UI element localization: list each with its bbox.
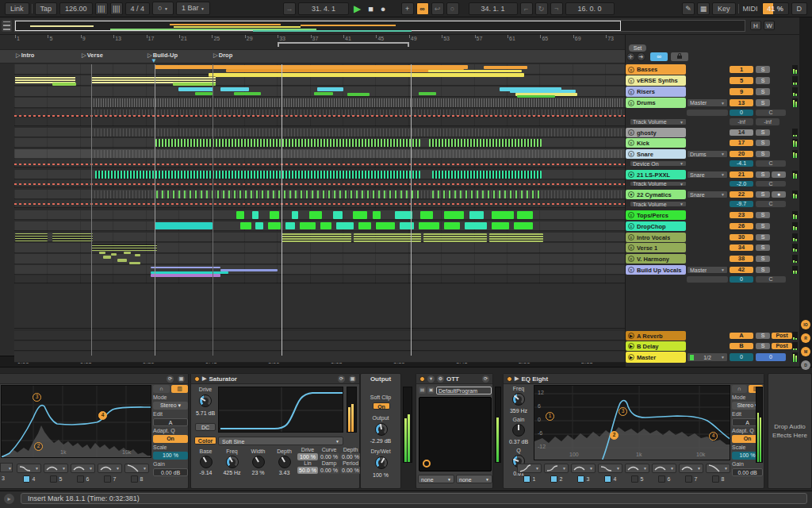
return-badge[interactable]: A [730,333,753,339]
arrangement-clip[interactable] [111,253,117,256]
program-name-field[interactable]: DefaultProgram [436,387,492,394]
time-signature-field[interactable]: 4 / 4 [125,2,151,15]
track-type-icon[interactable]: ≡ [628,67,634,73]
fold-icon[interactable]: ▼ [628,191,634,198]
arrangement-clip[interactable] [419,222,439,229]
arrangement-clip[interactable] [285,222,295,229]
arrangement-clip[interactable] [209,73,524,77]
save-preset-icon[interactable]: ▣ [178,375,185,383]
band-shape-select[interactable]: ▼ [652,464,676,473]
eq-handle-2[interactable]: 2 [610,431,619,440]
param-value[interactable]: 50.0 % [297,467,318,474]
loop-start-field[interactable]: 34. 1. 1 [469,2,518,15]
arrangement-clip[interactable] [517,211,533,219]
arrangement-clip[interactable] [155,139,420,147]
arrangement-clip[interactable] [376,222,395,229]
track-type-icon[interactable]: ≡ [628,223,634,229]
band-shape-select[interactable]: ▼ [17,464,41,473]
solo-button[interactable]: S [756,256,770,262]
locator-flag[interactable]: ▷Intro [16,52,34,59]
post-button[interactable]: Post [772,343,792,349]
master-track-icon[interactable]: ▶ [628,354,634,360]
hot-swap-icon[interactable]: ⟳ [167,375,174,383]
overdub-button[interactable]: + [401,2,414,15]
track-name[interactable]: ≡DropChop [626,221,686,231]
eq-handle-3[interactable]: 3 [33,393,41,402]
arrangement-clip[interactable] [336,222,354,229]
pan-field[interactable]: C [756,276,786,283]
solo-button[interactable]: S [756,129,770,136]
band-shape-select[interactable]: ▼ [98,464,122,473]
arrangement-clip[interactable] [135,254,140,256]
output-routing-select[interactable]: Drums▼ [687,150,728,158]
track-name[interactable]: ≡Risers [626,87,686,97]
band-enable-checkbox[interactable] [712,475,719,483]
loop-length-field[interactable]: 16. 0. 0 [565,2,615,15]
track-number-badge[interactable]: 34 [730,244,753,251]
master-track-name[interactable]: ▶Master [626,352,686,363]
scale-field[interactable]: 100 % [153,452,188,460]
track-name[interactable]: ≡Tops/Percs [626,210,686,220]
track-number-badge[interactable]: 38 [730,256,753,262]
track-number-badge[interactable]: 30 [730,234,753,241]
track-name[interactable]: ▼22 Cymatics [626,190,686,199]
locator-flag[interactable]: ▷Drop [213,52,232,59]
track-name[interactable]: ≡vERSE Synths [626,75,686,86]
shape-select[interactable]: Soft Sine▼ [218,437,343,445]
solo-button[interactable]: S [756,171,770,178]
audio-channel-select[interactable]: none▼ [456,475,492,483]
fold-icon[interactable]: ▼ [628,171,634,178]
insert-marker-icon[interactable]: ▼ [151,57,157,64]
arrangement-clip[interactable] [156,190,420,198]
arrangement-clip[interactable] [517,95,555,98]
arm-button[interactable]: ● [772,191,786,198]
track-number-badge[interactable]: 1 [730,66,753,73]
arrangement-clip[interactable] [117,259,127,262]
post-button[interactable]: Post [772,333,792,339]
arrangement-clip[interactable] [155,222,213,229]
eq-handle-1[interactable]: 1 [546,412,554,421]
track-name[interactable]: ≡Verse 1 [626,243,686,252]
volume-field[interactable]: -4.1 [730,160,753,167]
save-program-icon[interactable]: ▣ [427,387,435,394]
automation-min-field[interactable]: -inf [730,118,753,125]
eq-curve-display[interactable]: 12341260-6-121001k10k [534,385,730,460]
bar-number[interactable]: 21 [181,36,187,41]
info-chevron-icon[interactable]: ▸ [4,494,14,504]
knob-control[interactable] [252,456,265,468]
arrangement-clip[interactable] [444,222,460,229]
re-enable-automation-button[interactable]: ↩ [431,2,444,15]
bar-number[interactable]: 65 [542,36,548,41]
arrangement-clip[interactable] [423,233,487,242]
wrench-icon[interactable]: ⚙ [437,375,444,383]
key-map-button[interactable]: Key [712,2,736,15]
band-shape-select[interactable]: ▼ [544,464,569,473]
knob-control[interactable] [200,456,213,468]
output-knob[interactable] [375,423,388,436]
arrangement-clip[interactable] [492,211,514,219]
bar-number[interactable]: 73 [607,36,614,41]
solo-button[interactable]: S [756,267,770,273]
arrangement-clip[interactable] [220,87,249,91]
arrangement-clip[interactable] [255,222,263,229]
return-badge[interactable]: B [730,343,753,349]
arrangement-overview[interactable] [14,20,745,32]
param-value[interactable]: 0.00 % [340,453,361,460]
arrangement-clip[interactable] [320,222,331,229]
arrangement-clip[interactable] [236,211,244,219]
solo-button[interactable]: S [756,151,770,157]
pan-field[interactable]: C [756,160,786,167]
arrangement-clip[interactable] [419,92,436,95]
band-shape-select[interactable]: ▼ [517,464,542,473]
drop-audio-effects-zone[interactable]: Drop Audio Effects Here [768,373,812,489]
bar-number[interactable]: 25 [213,36,220,41]
softclip-toggle[interactable]: On [373,402,390,410]
mixer-section-toggle-d[interactable]: D [801,360,810,370]
return-track-name[interactable]: ▶A Reverb [626,331,686,341]
spectrum-icon[interactable]: ▥ [171,385,188,393]
track-number-badge[interactable]: 20 [730,151,753,157]
audio-from-select[interactable]: none▼ [418,475,454,483]
volume-field[interactable]: -2.0 [730,181,753,187]
arrangement-clip[interactable] [124,252,131,254]
arrangement-clip[interactable] [317,87,343,91]
